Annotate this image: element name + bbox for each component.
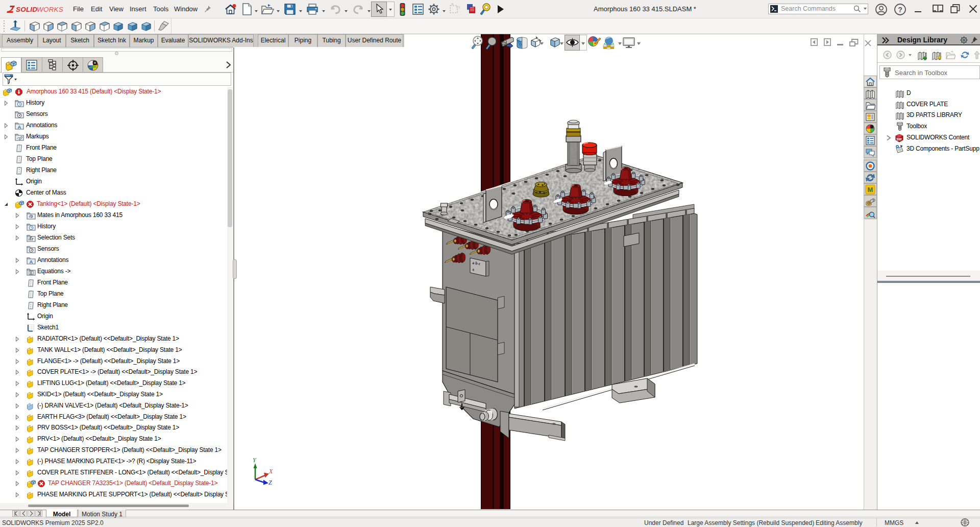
svg-text:SW: SW [896,137,902,141]
svg-text:X: X [268,468,273,475]
svg-text:TX: TX [456,6,460,9]
svg-text:?: ? [898,6,902,14]
svg-text:Y: Y [253,457,257,464]
svg-text:M: M [868,186,873,194]
svg-text:Σ: Σ [30,271,33,275]
svg-text:A: A [30,259,33,265]
svg-text:A: A [18,124,21,130]
svg-text:Z: Z [268,479,272,486]
